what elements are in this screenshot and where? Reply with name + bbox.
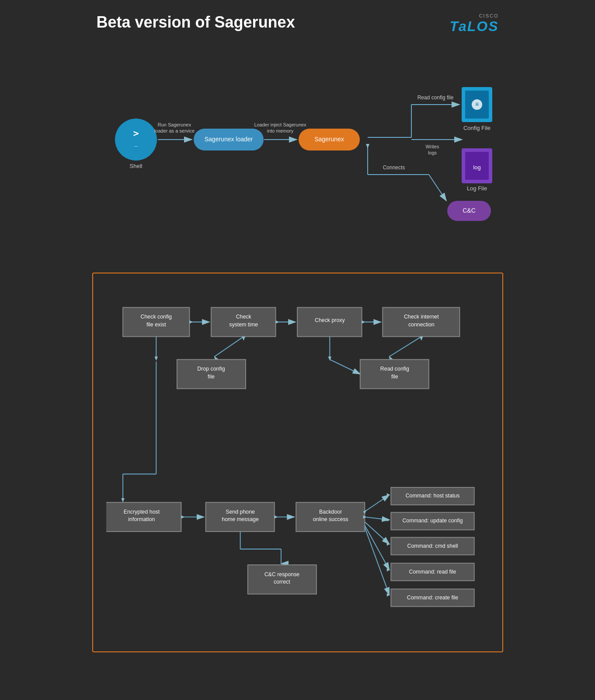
arrow-tri3 <box>362 320 365 324</box>
svg-text:Connects: Connects <box>383 164 405 171</box>
svg-text:Read config file: Read config file <box>417 94 453 101</box>
svg-text:Run Sagerunex: Run Sagerunex <box>157 122 191 127</box>
line-proxy-to-read <box>330 360 360 374</box>
page-title: Beta version of Sagerunex <box>97 13 295 32</box>
svg-text:log: log <box>473 164 480 171</box>
svg-text:≡: ≡ <box>475 101 478 108</box>
svg-text:C&C: C&C <box>463 207 476 214</box>
svg-text:Drop config: Drop config <box>197 366 225 372</box>
svg-text:Sagerunex loader: Sagerunex loader <box>204 136 253 143</box>
cisco-talos-logo: CISCO TaLOS <box>450 13 499 35</box>
svg-text:Sagerunex: Sagerunex <box>314 136 344 143</box>
svg-text:Log File: Log File <box>466 185 487 192</box>
svg-text:home message: home message <box>222 516 259 522</box>
svg-text:C&C response: C&C response <box>264 571 299 578</box>
svg-text:Writes: Writes <box>425 144 439 149</box>
svg-text:Command: update config: Command: update config <box>402 518 463 524</box>
bottom-diagram: Check config file exist Check system tim… <box>92 273 503 652</box>
cisco-text: CISCO <box>479 13 499 18</box>
arrow-tri-down2 <box>242 336 245 341</box>
arrow-to-cmd-shell <box>365 522 389 544</box>
arrow-tri2 <box>275 320 279 324</box>
svg-text:Check config: Check config <box>140 314 172 320</box>
svg-text:Read config: Read config <box>380 366 409 372</box>
svg-text:Loader inject Sagerunex: Loader inject Sagerunex <box>254 122 306 127</box>
svg-text:file: file <box>208 374 215 380</box>
svg-text:logs: logs <box>428 150 437 155</box>
svg-text:Command: create file: Command: create file <box>407 595 458 601</box>
arrow-to-update-config <box>365 517 389 520</box>
arrow-tri5 <box>181 515 184 519</box>
svg-text:into memory: into memory <box>267 128 293 133</box>
header: Beta version of Sagerunex CISCO TaLOS <box>79 0 516 43</box>
svg-text:information: information <box>128 516 155 522</box>
talos-text: TaLOS <box>450 18 499 35</box>
svg-text:_: _ <box>134 139 138 147</box>
svg-text:system time: system time <box>229 322 258 328</box>
arrow-tri-down1 <box>154 357 158 361</box>
svg-text:file: file <box>391 374 398 380</box>
line-down-system-time <box>214 336 244 357</box>
svg-text:connection: connection <box>408 322 434 328</box>
line-to-cnc-arrow <box>429 175 446 201</box>
svg-text:>: > <box>133 128 139 139</box>
top-diagram: > _ Shell Run Sagerunex loader as a serv… <box>79 43 516 273</box>
svg-text:Shell: Shell <box>129 163 142 169</box>
svg-text:correct: correct <box>273 579 290 585</box>
arrow-tri-down4 <box>419 336 423 341</box>
arrow-to-read-file <box>365 525 389 570</box>
svg-text:file exist: file exist <box>146 322 166 328</box>
arrow-tri1 <box>189 320 193 324</box>
arrow-down-cnc <box>366 144 369 148</box>
svg-text:loader as a service: loader as a service <box>154 128 194 133</box>
svg-text:online success: online success <box>313 516 348 522</box>
top-flow-svg: > _ Shell Run Sagerunex loader as a serv… <box>97 52 499 253</box>
arrow-tri-cmd1 <box>386 493 390 497</box>
svg-text:Check internet: Check internet <box>404 314 438 320</box>
svg-text:Command: host status: Command: host status <box>405 493 459 499</box>
svg-text:Send phone: Send phone <box>226 509 255 515</box>
svg-text:Encrypted host: Encrypted host <box>123 509 160 515</box>
svg-text:Backdoor: Backdoor <box>319 509 342 515</box>
arrow-tri6 <box>274 515 278 519</box>
arrow-to-create-file <box>365 527 389 595</box>
svg-text:Command: cmd shell: Command: cmd shell <box>407 543 458 549</box>
svg-text:Check proxy: Check proxy <box>314 317 345 323</box>
arrow-tri-cmd2 <box>386 518 390 522</box>
svg-text:Config File: Config File <box>463 125 490 131</box>
arrow-tri-down5 <box>121 498 125 503</box>
line-down-internet <box>389 336 421 357</box>
svg-text:Check: Check <box>236 314 251 320</box>
arrow-to-host-status <box>365 495 389 511</box>
svg-text:Command: read file: Command: read file <box>409 569 456 575</box>
bottom-flow-svg: Check config file exist Check system tim… <box>106 287 489 637</box>
